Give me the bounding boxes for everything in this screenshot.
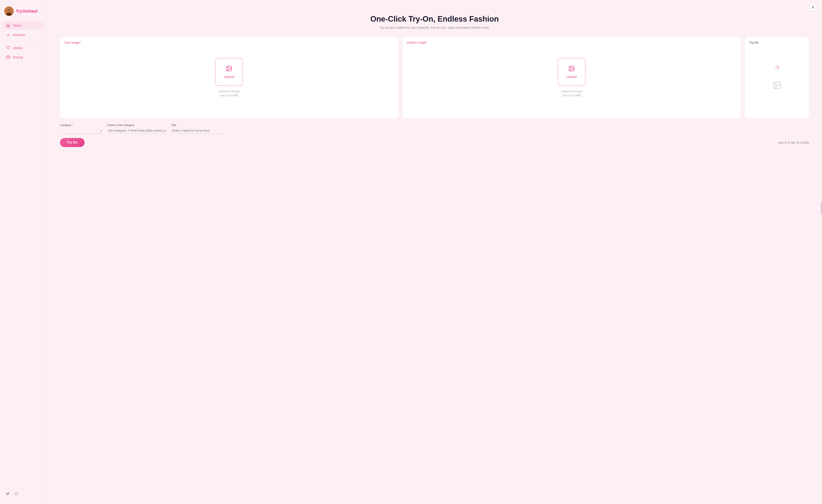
tryon-placeholder-icon — [773, 81, 782, 92]
try-on-button[interactable]: Try On — [60, 138, 84, 147]
user-image-upload-box[interactable]: Upload — [215, 58, 243, 86]
category-select[interactable]: Tops Bottoms Dresses Outerwear — [60, 127, 103, 134]
email-icon[interactable] — [14, 491, 19, 496]
logo[interactable]: TryOnHaul — [0, 4, 47, 21]
heart-icon — [6, 46, 10, 50]
title-label: Title — [171, 123, 225, 127]
svg-point-18 — [775, 83, 776, 84]
sub-category-label: Clothes Sub Category — [107, 123, 167, 127]
svg-point-4 — [8, 10, 9, 10]
page-subtitle: Try on any clothes for you instantly, fr… — [60, 26, 809, 29]
svg-rect-9 — [6, 56, 10, 58]
sidebar-item-library-label: Library — [13, 46, 23, 50]
nav-divider — [4, 41, 43, 41]
title-group: Title — [171, 123, 225, 134]
sidebar-footer — [0, 488, 47, 500]
discover-icon — [6, 33, 10, 37]
svg-point-13 — [228, 67, 229, 68]
user-image-hint: Upload an Image size up to 5MB — [218, 89, 240, 98]
nav-primary: Home Discover — [0, 21, 47, 39]
user-profile-button[interactable] — [809, 3, 817, 11]
content-area: One-Click Try-On, Endless Fashion Try on… — [47, 15, 822, 504]
upload-row: User Image* Upload Upload an Image size … — [60, 37, 809, 118]
clothes-upload-icon — [568, 65, 575, 73]
twitter-icon[interactable] — [5, 491, 10, 496]
tryon-label: Try-On — [749, 41, 758, 44]
logo-text: TryOnHaul — [16, 9, 37, 14]
sub-category-group: Clothes Sub Category — [107, 123, 167, 134]
scrollbar-thumb[interactable] — [821, 201, 822, 214]
tryon-result-card: Try-On — [745, 37, 809, 118]
category-label: Category * — [60, 123, 103, 127]
title-input[interactable] — [171, 127, 225, 134]
sidebar-item-home[interactable]: Home — [3, 21, 44, 30]
top-bar — [47, 0, 822, 15]
user-image-card: User Image* Upload Upload an Image size … — [60, 37, 398, 118]
nav-secondary: Library Pricing — [0, 43, 47, 61]
sub-category-input[interactable] — [107, 127, 167, 134]
sidebar: TryOnHaul Home Discover — [0, 0, 47, 504]
sidebar-item-library[interactable]: Library — [3, 43, 44, 52]
sidebar-item-discover-label: Discover — [13, 33, 25, 37]
category-select-wrapper: Tops Bottoms Dresses Outerwear ▾ — [60, 127, 103, 134]
sidebar-item-pricing-label: Pricing — [13, 55, 23, 59]
logo-avatar — [4, 6, 14, 16]
upload-image-icon — [226, 65, 232, 73]
clothes-image-label: Clothes Image* — [407, 41, 427, 44]
sign-in-hint: sign in to get 10 credits — [778, 141, 809, 144]
tryon-arrow-icon — [774, 64, 781, 72]
home-icon — [6, 23, 10, 27]
clothes-image-upload-box[interactable]: Upload — [558, 58, 585, 86]
svg-point-11 — [812, 6, 814, 7]
sidebar-item-home-label: Home — [13, 24, 21, 27]
svg-point-15 — [570, 67, 571, 68]
clothes-upload-label: Upload — [566, 75, 577, 78]
user-upload-label: Upload — [224, 75, 234, 78]
page-title: One-Click Try-On, Endless Fashion — [60, 15, 809, 24]
clothes-image-card: Clothes Image* Upload Upload an Image si… — [402, 37, 741, 118]
action-row: Try On sign in to get 10 credits — [60, 138, 809, 147]
sidebar-item-pricing[interactable]: Pricing — [3, 53, 44, 61]
pricing-icon — [6, 55, 10, 59]
svg-point-5 — [9, 10, 10, 10]
user-image-label: User Image* — [64, 41, 81, 44]
sidebar-item-discover[interactable]: Discover — [3, 30, 44, 39]
category-group: Category * Tops Bottoms Dresses Outerwea… — [60, 123, 103, 134]
clothes-image-hint: Upload an Image size up to 5MB — [561, 89, 582, 98]
main-content: One-Click Try-On, Endless Fashion Try on… — [47, 0, 822, 504]
controls-row: Category * Tops Bottoms Dresses Outerwea… — [60, 123, 809, 134]
